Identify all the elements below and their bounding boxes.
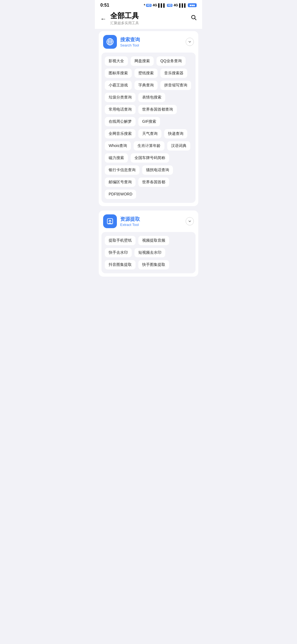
section-title-zh-extract-tool: 资源提取 (120, 216, 140, 222)
svg-line-1 (195, 18, 196, 20)
tag-search-tool-25[interactable]: 邮编区号查询 (105, 178, 136, 187)
back-button[interactable]: ← (99, 14, 108, 24)
tag-search-tool-10[interactable]: 表情包搜索 (138, 93, 165, 102)
tag-extract-tool-4[interactable]: 抖音图集提取 (105, 260, 136, 269)
tag-search-tool-6[interactable]: 小霸王游戏 (105, 81, 132, 90)
battery-icon: ■■■ (188, 3, 197, 7)
signal-4g-icon-2: 4G (174, 3, 178, 7)
tag-search-tool-20[interactable]: 汉语词典 (167, 141, 190, 151)
tag-search-tool-18[interactable]: Whois查询 (105, 141, 131, 151)
tag-search-tool-7[interactable]: 字典查询 (134, 81, 158, 90)
tag-search-tool-13[interactable]: 在线周公解梦 (105, 117, 136, 126)
tag-search-tool-5[interactable]: 音乐搜索器 (160, 69, 187, 78)
page-title: 全部工具 (110, 12, 139, 20)
page-header: ← 全部工具 汇聚超多实用工具 (95, 9, 202, 29)
tag-search-tool-1[interactable]: 网盘搜索 (131, 56, 154, 66)
tag-search-tool-21[interactable]: 磁力搜索 (105, 153, 128, 163)
tag-search-tool-27[interactable]: PDF转WORD (105, 190, 136, 199)
tag-search-tool-26[interactable]: 世界各国首都 (138, 178, 169, 187)
status-bar: 0:51 ⁶ HD 4G ▌▌▌ HD 4G ▌▌▌ ■■■ (95, 0, 202, 9)
section-search-tool: 搜索查询Search Tool影视大全网盘搜索QQ业务查询图标库搜索壁纸搜索音乐… (99, 31, 198, 206)
tag-search-tool-12[interactable]: 世界各国首都查询 (138, 105, 177, 114)
tag-extract-tool-5[interactable]: 快手图集提取 (138, 260, 169, 269)
hd-icon: HD (146, 4, 152, 7)
signal-4g-icon: 4G (153, 3, 157, 7)
tag-search-tool-24[interactable]: 骚扰电话查询 (142, 165, 173, 175)
section-icon-extract-tool (103, 214, 117, 228)
tag-search-tool-0[interactable]: 影视大全 (105, 56, 128, 66)
tag-search-tool-9[interactable]: 垃圾分类查询 (105, 93, 136, 102)
tag-extract-tool-1[interactable]: 视频提取音频 (138, 236, 169, 245)
tag-search-tool-14[interactable]: GIF搜索 (138, 117, 160, 126)
search-button[interactable] (189, 13, 198, 23)
tag-search-tool-11[interactable]: 常用电话查询 (105, 105, 136, 114)
section-extract-tool: 资源提取Extract Tool提取手机壁纸视频提取音频快手去水印短视频去水印抖… (99, 211, 198, 277)
hd-icon-2: HD (167, 4, 172, 7)
tag-extract-tool-2[interactable]: 快手去水印 (105, 248, 132, 257)
tag-extract-tool-0[interactable]: 提取手机壁纸 (105, 236, 136, 245)
tag-search-tool-15[interactable]: 全网音乐搜索 (105, 129, 136, 138)
section-header-search-tool: 搜索查询Search Tool (99, 31, 198, 53)
chevron-search-tool[interactable] (186, 38, 194, 46)
tag-search-tool-17[interactable]: 快递查询 (164, 129, 187, 138)
tag-search-tool-8[interactable]: 拼音缩写查询 (160, 81, 191, 90)
section-icon-search-tool (103, 35, 117, 49)
tag-search-tool-22[interactable]: 全国车牌号码简称 (131, 153, 169, 163)
tag-search-tool-2[interactable]: QQ业务查询 (156, 56, 186, 66)
signal-bars-1: ▌▌▌ (158, 3, 166, 7)
chevron-extract-tool[interactable] (186, 217, 194, 225)
section-header-extract-tool: 资源提取Extract Tool (99, 211, 198, 232)
tags-area-search-tool: 影视大全网盘搜索QQ业务查询图标库搜索壁纸搜索音乐搜索器小霸王游戏字典查询拼音缩… (101, 53, 196, 203)
tags-area-extract-tool: 提取手机壁纸视频提取音频快手去水印短视频去水印抖音图集提取快手图集提取 (101, 232, 196, 273)
tag-search-tool-19[interactable]: 生肖计算年龄 (134, 141, 164, 151)
section-title-en-search-tool: Search Tool (120, 43, 140, 47)
section-title-en-extract-tool: Extract Tool (120, 223, 140, 227)
section-title-zh-search-tool: 搜索查询 (120, 36, 140, 43)
main-content: 搜索查询Search Tool影视大全网盘搜索QQ业务查询图标库搜索壁纸搜索音乐… (95, 29, 202, 283)
signal-bars-2: ▌▌▌ (179, 3, 187, 7)
bluetooth-icon: ⁶ (144, 4, 145, 7)
status-time: 0:51 (100, 3, 109, 8)
tag-search-tool-3[interactable]: 图标库搜索 (105, 69, 132, 78)
status-icons: ⁶ HD 4G ▌▌▌ HD 4G ▌▌▌ ■■■ (144, 3, 197, 7)
page-subtitle: 汇聚超多实用工具 (110, 21, 139, 26)
tag-search-tool-23[interactable]: 银行卡信息查询 (105, 165, 139, 175)
tag-extract-tool-3[interactable]: 短视频去水印 (134, 248, 165, 257)
tag-search-tool-16[interactable]: 天气查询 (138, 129, 161, 138)
tag-search-tool-4[interactable]: 壁纸搜索 (134, 69, 158, 78)
